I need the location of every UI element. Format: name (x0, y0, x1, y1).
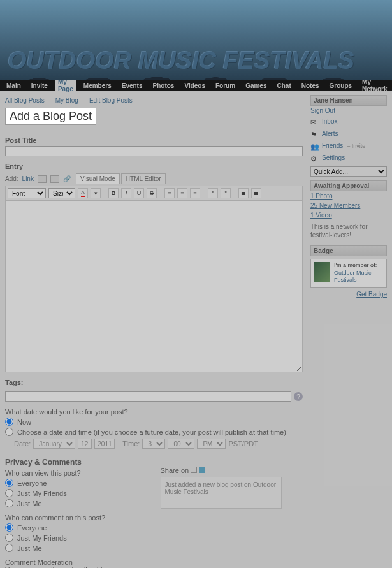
list-ol-button[interactable]: ≣ (251, 188, 261, 198)
comment-me-radio[interactable] (5, 544, 13, 552)
network-description: This is a network for festival-lovers! (310, 220, 387, 242)
inbox-link[interactable]: Inbox (322, 117, 337, 126)
site-title[interactable]: OUTDOOR MUSIC FESTIVALS (8, 47, 354, 75)
date-question: What date would you like for your post? (5, 408, 303, 416)
site-banner: OUTDOOR MUSIC FESTIVALS (0, 0, 392, 80)
approval-video-link[interactable]: 1 Video (310, 210, 387, 220)
approval-members-link[interactable]: 25 New Members (310, 201, 387, 210)
minute-select[interactable]: 00 (168, 439, 194, 449)
view-question: Who can view this post? (5, 469, 148, 477)
friends-link[interactable]: Friends (322, 141, 343, 150)
comment-friends-radio[interactable] (5, 534, 13, 542)
size-select[interactable]: Size (48, 188, 75, 198)
share-label: Share on (161, 467, 189, 474)
year-input[interactable] (94, 439, 115, 449)
hour-select[interactable]: 3 (142, 439, 165, 449)
nav-videos[interactable]: Videos (182, 80, 208, 91)
html-editor-tab[interactable]: HTML Editor (121, 173, 166, 184)
nav-forum[interactable]: Forum (213, 80, 238, 91)
subnav-edit-posts[interactable]: Edit Blog Posts (89, 97, 133, 104)
quote-close-button[interactable]: " (221, 188, 231, 198)
date-choose-label: Choose a date and time (if you choose a … (17, 428, 286, 436)
moderation-header: Comment Moderation (5, 558, 148, 566)
nav-main[interactable]: Main (4, 80, 24, 91)
inbox-icon: ✉ (310, 119, 318, 125)
add-image-icon[interactable] (38, 175, 47, 183)
day-input[interactable] (78, 439, 92, 449)
tags-help-icon[interactable]: ? (294, 392, 303, 401)
post-title-input[interactable] (5, 146, 303, 156)
page-title: Add a Blog Post (10, 110, 92, 123)
view-me-radio[interactable] (5, 499, 13, 507)
post-title-label: Post Title (5, 136, 303, 144)
nav-photos[interactable]: Photos (150, 80, 177, 91)
friends-icon: 👥 (310, 143, 318, 149)
alerts-icon: ⚑ (310, 131, 318, 137)
share-generic-icon[interactable] (191, 467, 197, 473)
date-now-label: Now (17, 418, 31, 426)
align-center-button[interactable]: ≡ (177, 188, 187, 198)
main-nav: Main Invite My Page Members Events Photo… (0, 80, 392, 91)
comment-question: Who can comment on this post? (5, 514, 148, 521)
date-now-radio[interactable] (5, 418, 13, 426)
tags-input[interactable] (5, 391, 291, 402)
subnav-all-posts[interactable]: All Blog Posts (5, 97, 45, 104)
view-everyone-radio[interactable] (5, 479, 13, 487)
quick-add-select[interactable]: Quick Add... (310, 166, 387, 177)
italic-button[interactable]: I (121, 188, 131, 198)
user-name: Jane Hansen (310, 95, 387, 106)
visual-mode-tab[interactable]: Visual Mode (76, 173, 120, 184)
underline-button[interactable]: U (134, 188, 144, 198)
highlight-button[interactable]: ▾ (91, 188, 101, 198)
add-file-icon[interactable] (50, 175, 59, 183)
strike-button[interactable]: S (147, 188, 157, 198)
add-label: Add: (5, 175, 18, 182)
comment-everyone-radio[interactable] (5, 523, 13, 532)
add-link[interactable]: Link (22, 175, 34, 182)
badge-avatar (314, 262, 330, 282)
nav-members[interactable]: Members (81, 80, 114, 91)
list-ul-button[interactable]: ≣ (238, 188, 249, 198)
approval-photo-link[interactable]: 1 Photo (310, 191, 387, 201)
ampm-select[interactable]: PM (197, 439, 226, 449)
nav-notes[interactable]: Notes (299, 80, 322, 91)
badge-header: Badge (310, 245, 387, 256)
settings-link[interactable]: Settings (322, 153, 345, 163)
alerts-link[interactable]: Alerts (322, 129, 338, 138)
nav-groups[interactable]: Groups (327, 80, 355, 91)
nav-games[interactable]: Games (243, 80, 269, 91)
twitter-icon[interactable] (199, 467, 205, 473)
bold-button[interactable]: B (108, 188, 119, 198)
badge-box[interactable]: I'm a member of: Outdoor Music Festivals (310, 259, 387, 288)
settings-icon: ⚙ (310, 155, 318, 161)
entry-editor[interactable] (5, 200, 303, 372)
page-title-highlight: Add a Blog Post (5, 108, 96, 125)
nav-events[interactable]: Events (119, 80, 145, 91)
share-text-box[interactable]: Just added a new blog post on Outdoor Mu… (161, 477, 282, 509)
font-select[interactable]: Font (8, 188, 46, 198)
entry-label: Entry (5, 163, 303, 170)
tags-label: Tags: (5, 379, 303, 386)
add-attachment-icon[interactable]: 🔗 (63, 175, 72, 183)
date-choose-radio[interactable] (5, 428, 13, 436)
quote-open-button[interactable]: " (208, 188, 218, 198)
align-right-button[interactable]: ≡ (190, 188, 200, 198)
blog-subnav: All Blog Posts My Blog Edit Blog Posts (5, 95, 303, 108)
view-friends-radio[interactable] (5, 489, 13, 497)
align-left-button[interactable]: ≡ (164, 188, 175, 198)
text-color-button[interactable]: A (78, 188, 88, 198)
sign-out-link[interactable]: Sign Out (310, 106, 387, 115)
nav-chat[interactable]: Chat (274, 80, 293, 91)
privacy-header: Privacy & Comments (5, 458, 148, 467)
nav-invite[interactable]: Invite (29, 80, 50, 91)
editor-toolbar: Font Size A ▾ B I U S ≡ ≡ ≡ " " ≣ ≣ (5, 186, 303, 200)
month-select[interactable]: January (33, 439, 75, 449)
date-picker-row: Date: January Time: 3 00 PM PST/PDT (14, 439, 303, 449)
subnav-my-blog[interactable]: My Blog (55, 97, 78, 104)
approval-header: Awaiting Approval (310, 180, 387, 191)
get-badge-link[interactable]: Get Badge (356, 289, 387, 299)
